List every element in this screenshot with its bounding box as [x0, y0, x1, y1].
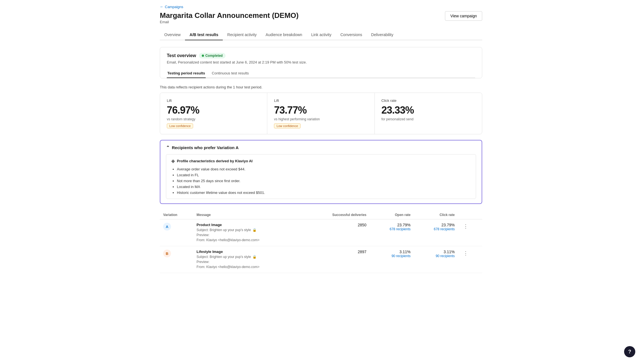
page-subtitle: Email	[160, 20, 299, 24]
metric-label-0: Lift	[167, 98, 260, 103]
list-item: Located in MA	[177, 185, 471, 189]
deliveries-cell-a: 2850	[304, 219, 370, 246]
confidence-badge-1: Low confidence	[274, 123, 300, 128]
actions-cell-b: ⋮	[458, 246, 482, 273]
completed-dot-icon	[202, 55, 204, 57]
lock-icon-b: 🔒	[252, 254, 257, 259]
test-overview-section: Test overview Completed Email, Personali…	[160, 47, 482, 78]
actions-cell-a: ⋮	[458, 219, 482, 246]
ai-header-label: Profile characteristics derived by Klavi…	[177, 159, 252, 163]
metric-card-click-rate: Click rate 23.33% for personalized send	[375, 93, 482, 134]
metric-card-lift-variation: Lift 73.77% vs highest performing variat…	[267, 93, 374, 134]
metric-card-lift-random: Lift 76.97% vs random strategy Low confi…	[160, 93, 267, 134]
open-rate-recipients-a: 678 recipients	[373, 227, 411, 231]
message-preview-b: Preview:	[196, 259, 301, 264]
variation-badge-a: A	[163, 223, 171, 231]
test-overview-description: Email, Personalized content test started…	[167, 60, 475, 64]
lock-icon-a: 🔒	[252, 227, 257, 233]
list-item: Average order value does not exceed $44.	[177, 167, 471, 171]
sub-tab-testing-period[interactable]: Testing period results	[167, 69, 206, 78]
variation-table-wrapper: Variation Message Successful deliveries …	[160, 211, 482, 273]
page-title: Margarita Collar Announcement (DEMO)	[160, 11, 299, 20]
tab-recipient-activity[interactable]: Recipient activity	[223, 30, 261, 40]
main-nav: Overview A/B test results Recipient acti…	[160, 30, 482, 40]
chevron-up-icon: ⌃	[166, 145, 170, 150]
open-rate-recipients-b: 90 recipients	[373, 254, 411, 258]
recipients-header[interactable]: ⌃ Recipients who prefer Variation A	[166, 145, 476, 150]
variation-cell-a: A	[160, 219, 193, 246]
ai-characteristics-box: ◈ Profile characteristics derived by Kla…	[166, 154, 476, 199]
metric-value-2: 23.33%	[381, 104, 475, 116]
col-header-variation: Variation	[160, 211, 193, 219]
metric-label-1: Lift	[274, 98, 367, 103]
message-title-b: Lifestyle Image	[196, 250, 301, 254]
open-rate-cell-a: 23.79% 678 recipients	[370, 219, 414, 246]
data-notice: This data reflects recipient actions dur…	[160, 85, 482, 89]
variation-table: Variation Message Successful deliveries …	[160, 211, 482, 273]
metric-value-0: 76.97%	[167, 104, 260, 116]
sub-tabs: Testing period results Continuous test r…	[167, 69, 475, 78]
message-from-a: From: Klaviyo <hello@klaviyo-demo.com>	[196, 238, 301, 243]
completed-label: Completed	[205, 54, 223, 58]
message-cell-b: Lifestyle Image Subject: Brighten up you…	[193, 246, 304, 273]
back-arrow-icon: ←	[160, 4, 164, 9]
message-subject-b: Subject: Brighten up your pup's style 🔒	[196, 254, 301, 259]
list-item: Historic customer lifetime value does no…	[177, 191, 471, 195]
back-link-label: Campaigns	[165, 5, 183, 9]
completed-badge: Completed	[199, 53, 226, 58]
recipients-section: ⌃ Recipients who prefer Variation A ◈ Pr…	[160, 140, 482, 204]
subject-b: Subject: Brighten up your pup's style	[196, 255, 251, 259]
open-rate-value-b: 3.11%	[373, 250, 411, 254]
open-rate-cell-b: 3.11% 90 recipients	[370, 246, 414, 273]
click-rate-value-b: 3.11%	[417, 250, 455, 254]
variation-cell-b: B	[160, 246, 193, 273]
metric-value-1: 73.77%	[274, 104, 367, 116]
metric-sublabel-2: for personalized send	[381, 117, 475, 121]
message-preview-a: Preview:	[196, 233, 301, 238]
metric-sublabel-0: vs random strategy	[167, 117, 260, 121]
tab-overview[interactable]: Overview	[160, 30, 185, 40]
metric-label-2: Click rate	[381, 98, 475, 103]
metric-cards: Lift 76.97% vs random strategy Low confi…	[160, 93, 482, 134]
tab-deliverability[interactable]: Deliverability	[367, 30, 398, 40]
tab-conversions[interactable]: Conversions	[336, 30, 367, 40]
click-rate-cell-b: 3.11% 90 recipients	[414, 246, 458, 273]
confidence-badge-0: Low confidence	[167, 123, 193, 128]
deliveries-value-a: 2850	[308, 223, 366, 227]
col-header-open-rate: Open rate	[370, 211, 414, 219]
click-rate-recipients-a: 678 recipients	[417, 227, 455, 231]
ai-header: ◈ Profile characteristics derived by Kla…	[171, 158, 471, 164]
list-item: Located in FL	[177, 173, 471, 177]
message-subject-a: Subject: Brighten up your pup's style 🔒	[196, 227, 301, 233]
sub-tab-continuous[interactable]: Continuous test results	[211, 69, 249, 78]
deliveries-cell-b: 2897	[304, 246, 370, 273]
tab-link-activity[interactable]: Link activity	[307, 30, 336, 40]
deliveries-value-b: 2897	[308, 250, 366, 254]
click-rate-value-a: 23.79%	[417, 223, 455, 227]
col-header-actions	[458, 211, 482, 219]
ai-characteristics-list: Average order value does not exceed $44.…	[171, 167, 471, 195]
diamond-icon: ◈	[171, 158, 175, 164]
message-title-a: Product Image	[196, 223, 301, 227]
variation-badge-b: B	[163, 250, 171, 257]
tab-audience-breakdown[interactable]: Audience breakdown	[261, 30, 307, 40]
test-overview-title: Test overview	[167, 53, 196, 58]
list-item: Not more than 25 days since first order.	[177, 179, 471, 183]
subject-a: Subject: Brighten up your pup's style	[196, 228, 251, 232]
table-row: B Lifestyle Image Subject: Brighten up y…	[160, 246, 482, 273]
table-row: A Product Image Subject: Brighten up you…	[160, 219, 482, 246]
message-cell-a: Product Image Subject: Brighten up your …	[193, 219, 304, 246]
col-header-message: Message	[193, 211, 304, 219]
tab-ab-test-results[interactable]: A/B test results	[185, 30, 223, 40]
col-header-deliveries: Successful deliveries	[304, 211, 370, 219]
row-actions-button-a[interactable]: ⋮	[461, 223, 470, 230]
click-rate-cell-a: 23.79% 678 recipients	[414, 219, 458, 246]
back-to-campaigns-link[interactable]: ← Campaigns	[160, 4, 183, 9]
view-campaign-button[interactable]: View campaign	[445, 11, 482, 21]
row-actions-button-b[interactable]: ⋮	[461, 250, 470, 257]
click-rate-recipients-b: 90 recipients	[417, 254, 455, 258]
message-from-b: From: Klaviyo <hello@klaviyo-demo.com>	[196, 264, 301, 269]
recipients-title: Recipients who prefer Variation A	[172, 145, 239, 150]
col-header-click-rate: Click rate	[414, 211, 458, 219]
metric-sublabel-1: vs highest performing variation	[274, 117, 367, 121]
